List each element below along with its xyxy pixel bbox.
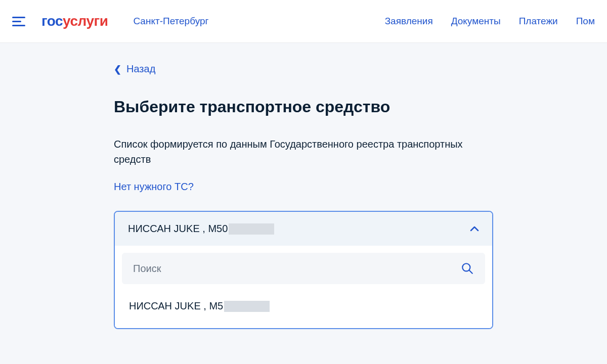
menu-icon[interactable] <box>12 14 26 28</box>
redacted-block <box>229 223 274 235</box>
chevron-up-icon <box>470 224 479 234</box>
dropdown-selected[interactable]: НИССАН JUKE , М50 <box>115 212 492 246</box>
nav-documents[interactable]: Документы <box>451 16 501 27</box>
dropdown-body: НИССАН JUKE , М5 <box>115 246 492 328</box>
nav-applications[interactable]: Заявления <box>385 16 433 27</box>
back-link[interactable]: ❮ Назад <box>114 63 493 75</box>
nav: Заявления Документы Платежи Пом <box>385 16 595 27</box>
option-prefix: НИССАН JUKE , М5 <box>129 300 223 312</box>
header: госуслуги Санкт-Петербург Заявления Доку… <box>0 0 607 43</box>
back-label: Назад <box>126 63 155 75</box>
help-link[interactable]: Нет нужного ТС? <box>114 181 194 193</box>
city-selector[interactable]: Санкт-Петербург <box>133 16 208 27</box>
search-icon <box>461 262 474 275</box>
redacted-block <box>224 301 270 312</box>
selected-value: НИССАН JUKE , М50 <box>128 223 274 235</box>
chevron-left-icon: ❮ <box>114 64 121 75</box>
main-content: ❮ Назад Выберите транспортное средство С… <box>104 43 503 349</box>
search-input[interactable] <box>133 263 461 275</box>
logo[interactable]: госуслуги <box>41 13 108 29</box>
selected-prefix: НИССАН JUKE , М50 <box>128 223 228 235</box>
page-title: Выберите транспортное средство <box>114 98 493 116</box>
logo-gos: гос <box>41 13 63 29</box>
vehicle-dropdown: НИССАН JUKE , М50 НИССАН JUKE , М5 <box>114 211 493 329</box>
svg-line-1 <box>469 270 472 274</box>
nav-payments[interactable]: Платежи <box>519 16 558 27</box>
description: Список формируется по данным Государстве… <box>114 136 493 167</box>
search-box <box>122 253 485 284</box>
nav-help[interactable]: Пом <box>576 16 595 27</box>
dropdown-option[interactable]: НИССАН JUKE , М5 <box>122 291 485 321</box>
logo-uslugi: услуги <box>63 13 108 29</box>
